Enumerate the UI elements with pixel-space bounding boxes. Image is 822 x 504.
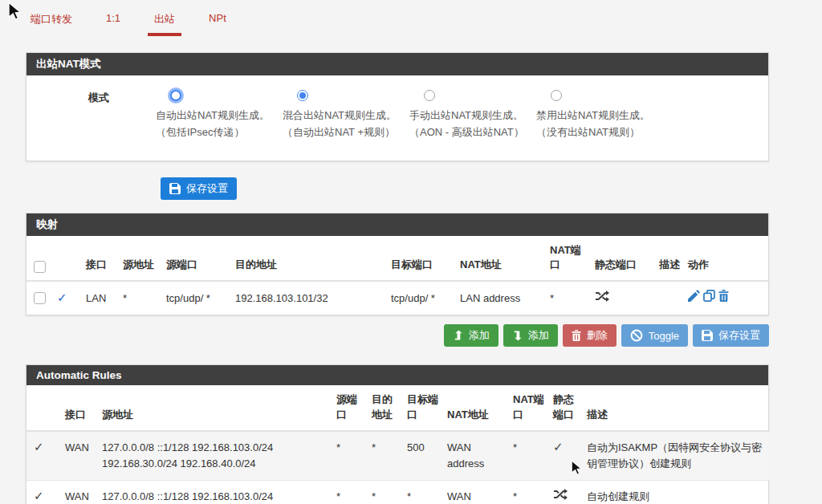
- add-rule-bottom-label: 添加: [528, 328, 549, 343]
- save-icon: [702, 330, 713, 341]
- tab-outbound[interactable]: 出站: [148, 10, 181, 37]
- save-settings-bottom-button[interactable]: 保存设置: [693, 324, 769, 347]
- mappings-actions-row: 添加 添加 删除 Toggle 保存设置: [26, 324, 769, 347]
- mapping-row: ✓ LAN * tcp/udp/ * 192.168.103.101/32 tc…: [26, 281, 770, 315]
- col-description: 描述: [656, 236, 685, 282]
- cell-description: 自动创建规则: [584, 481, 770, 504]
- trash-icon: [572, 330, 581, 341]
- col-interface: 接口: [83, 236, 120, 282]
- option-label: 自动出站NAT规则生成。: [156, 108, 276, 124]
- col-static-port: 静态端口: [550, 385, 584, 431]
- option-note: （包括IPsec传递）: [156, 124, 276, 141]
- cell-source-port: *: [333, 431, 368, 481]
- check-icon: ✓: [57, 291, 67, 304]
- toggle-button[interactable]: Toggle: [621, 324, 688, 347]
- option-label: 混合出站NAT规则生成。: [283, 108, 403, 124]
- cell-interface: WAN: [62, 481, 99, 504]
- automatic-rules-panel: Automatic Rules 接口 源地址 源端口 目的地址 目标端口 NAT…: [26, 364, 769, 504]
- cell-source-port: *: [333, 481, 368, 504]
- add-rule-top-label: 添加: [469, 328, 490, 343]
- add-rule-bottom-button[interactable]: 添加: [503, 324, 558, 347]
- panel-title: 映射: [26, 213, 768, 236]
- col-static-port: 静态端口: [592, 236, 656, 282]
- cell-interface: LAN: [83, 281, 120, 315]
- col-source-port: 源端口: [163, 236, 232, 282]
- tab-port-forward[interactable]: 端口转发: [24, 10, 79, 37]
- check-icon: ✓: [553, 440, 564, 453]
- option-label: 手动出站NAT规则生成。: [409, 108, 530, 124]
- cell-nat-address: WAN address: [444, 431, 510, 481]
- cell-interface: WAN: [62, 431, 99, 481]
- option-note: （AON - 高级出站NAT）: [409, 124, 530, 141]
- cell-nat-port: *: [510, 431, 550, 481]
- col-destination: 目的地址: [368, 385, 404, 431]
- radio-automatic[interactable]: [170, 90, 181, 101]
- tab-npt[interactable]: NPt: [202, 10, 233, 37]
- level-down-icon: [512, 330, 523, 341]
- col-dest-port: 目标端口: [388, 236, 457, 282]
- edit-pencil-icon[interactable]: [688, 290, 700, 302]
- option-note: （没有出站NAT规则）: [536, 124, 657, 141]
- col-description: 描述: [584, 385, 770, 431]
- automatic-rules-table: 接口 源地址 源端口 目的地址 目标端口 NAT地址 NAT端口 静态端口 描述…: [26, 385, 770, 504]
- col-actions: 动作: [685, 236, 770, 282]
- radio-disable[interactable]: [551, 90, 562, 101]
- delete-label: 删除: [587, 328, 608, 343]
- cell-description: [656, 281, 685, 315]
- cell-source: *: [120, 281, 163, 315]
- ban-icon: [630, 329, 643, 342]
- save-settings-bottom-label: 保存设置: [718, 328, 760, 343]
- cell-nat-port: *: [547, 281, 592, 315]
- cell-source-port: tcp/udp/ *: [163, 281, 232, 315]
- cell-source: 127.0.0.0/8 ::1/128 192.168.103.0/24 192…: [99, 481, 333, 504]
- mappings-panel: 映射 接口 源地址 源端口 目的地址 目标端口 NAT地址 NAT端口 静态端口…: [26, 213, 769, 316]
- col-status: [26, 385, 62, 431]
- cell-source: 127.0.0.0/8 ::1/128 192.168.103.0/24 192…: [99, 431, 333, 481]
- cell-nat-address: LAN address: [457, 281, 547, 315]
- option-label: 禁用出站NAT规则生成。: [536, 108, 657, 124]
- save-settings-label: 保存设置: [186, 181, 228, 196]
- cell-nat-port: *: [510, 481, 550, 504]
- radio-manual[interactable]: [424, 90, 435, 101]
- save-settings-button[interactable]: 保存设置: [161, 177, 237, 200]
- radio-hybrid[interactable]: [297, 90, 308, 101]
- cell-destination: *: [368, 431, 404, 481]
- mappings-table: 接口 源地址 源端口 目的地址 目标端口 NAT地址 NAT端口 静态端口 描述…: [26, 236, 770, 315]
- col-interface: 接口: [62, 385, 99, 431]
- mode-field-label: 模式: [26, 88, 109, 141]
- level-up-icon: [453, 330, 463, 341]
- cell-description: 自动为ISAKMP（因特网安全协议与密钥管理协议）创建规则: [584, 431, 770, 481]
- delete-button[interactable]: 删除: [563, 324, 616, 347]
- col-source: 源地址: [120, 236, 163, 282]
- row-checkbox[interactable]: [34, 292, 46, 304]
- cell-destination: 192.168.103.101/32: [232, 281, 388, 315]
- col-nat-port: NAT端口: [510, 385, 550, 431]
- copy-icon[interactable]: [703, 290, 715, 302]
- auto-rules-header-row: 接口 源地址 源端口 目的地址 目标端口 NAT地址 NAT端口 静态端口 描述: [26, 385, 770, 431]
- mouse-cursor-icon: [6, 2, 23, 21]
- mode-option-manual: 手动出站NAT规则生成。 （AON - 高级出站NAT）: [409, 88, 536, 141]
- tab-1to1[interactable]: 1:1: [100, 10, 127, 37]
- shuffle-icon: [595, 291, 609, 302]
- cell-destination: *: [368, 481, 404, 504]
- check-icon: ✓: [34, 440, 44, 453]
- panel-title: 出站NAT模式: [26, 53, 768, 75]
- col-nat-address: NAT地址: [444, 385, 510, 431]
- col-source: 源地址: [99, 385, 333, 431]
- cell-dest-port: *: [404, 481, 444, 504]
- shuffle-icon: [553, 489, 568, 500]
- nat-tabs: 端口转发 1:1 出站 NPt: [24, 10, 822, 37]
- mode-option-automatic: 自动出站NAT规则生成。 （包括IPsec传递）: [156, 88, 283, 141]
- save-icon: [169, 183, 181, 194]
- row-actions: [688, 290, 729, 302]
- trash-icon[interactable]: [718, 290, 729, 302]
- select-all-checkbox[interactable]: [34, 261, 46, 273]
- col-nat-port: NAT端口: [547, 236, 592, 282]
- add-rule-top-button[interactable]: 添加: [444, 324, 498, 347]
- mode-option-disable: 禁用出站NAT规则生成。 （没有出站NAT规则）: [536, 88, 663, 141]
- outbound-nat-mode-panel: 出站NAT模式 模式 自动出站NAT规则生成。 （包括IPsec传递） 混合出站…: [26, 52, 769, 161]
- cell-dest-port: tcp/udp/ *: [388, 281, 457, 315]
- mappings-header-row: 接口 源地址 源端口 目的地址 目标端口 NAT地址 NAT端口 静态端口 描述…: [26, 236, 770, 282]
- auto-rule-row: ✓ WAN 127.0.0.0/8 ::1/128 192.168.103.0/…: [26, 431, 770, 481]
- col-source-port: 源端口: [333, 385, 368, 431]
